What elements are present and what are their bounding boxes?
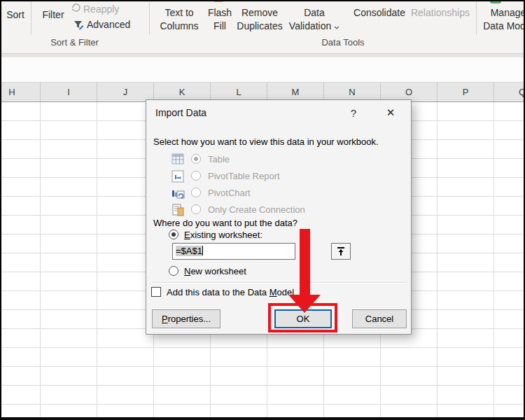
excel-window: Sort Filter Reapply Advanced Text to Col…: [0, 0, 525, 420]
pivottable-label: PivotTable Report: [208, 171, 280, 181]
table-icon: [172, 153, 185, 167]
connection-label: Only Create Connection: [208, 204, 305, 215]
flash-fill-icon: [214, 0, 223, 2]
red-arrow: [300, 229, 310, 295]
flash-fill-line2: Fill: [203, 20, 237, 33]
remove-duplicates-button[interactable]: Remove Duplicates: [235, 6, 284, 33]
new-worksheet-label: New worksheet: [184, 266, 246, 276]
relationships-button: Relationships: [410, 6, 471, 20]
data-model-label: Add this data to the Data Model: [167, 287, 294, 298]
text-to-columns-button[interactable]: Text to Columns: [158, 6, 200, 33]
pivotchart-radio: [191, 188, 201, 197]
data-validation-line2: Validation: [289, 20, 331, 31]
group-label-data-tools: Data Tools: [149, 37, 525, 48]
remove-duplicates-line2: Duplicates: [235, 20, 284, 33]
collapse-arrow-icon: [336, 246, 346, 256]
divider: [476, 1, 477, 35]
advanced-filter-icon: [73, 19, 85, 34]
column-header[interactable]: Q: [494, 83, 525, 102]
dialog-title: Import Data: [155, 107, 206, 118]
new-worksheet-radio[interactable]: [169, 266, 178, 276]
advanced-button[interactable]: Advanced: [87, 18, 137, 31]
consolidate-button[interactable]: Consolidate: [347, 6, 412, 20]
option-only-create-connection: Only Create Connection: [146, 202, 411, 219]
column-header[interactable]: H: [0, 83, 41, 102]
column-header[interactable]: I: [41, 83, 97, 102]
data-model-icon: [490, 0, 501, 4]
data-validation-button[interactable]: Data Validation: [283, 6, 346, 33]
connection-icon: [172, 204, 185, 217]
text-cursor: [202, 246, 203, 255]
sort-button[interactable]: Sort: [0, 8, 31, 22]
filter-button[interactable]: Filter: [35, 8, 71, 22]
reapply-icon: [71, 2, 81, 15]
connection-radio: [191, 204, 201, 214]
import-data-dialog: Import Data ? ✕ Select how you want to v…: [146, 99, 412, 335]
column-header[interactable]: L: [211, 83, 267, 102]
table-label: Table: [208, 154, 230, 164]
column-header[interactable]: M: [267, 83, 324, 102]
reapply-button: Reapply: [83, 3, 132, 16]
option-pivottable-report: PivotTable Report: [146, 169, 411, 186]
existing-worksheet-label: Existing worksheet:: [184, 230, 262, 240]
manage-data-model-line1: Manage: [480, 6, 525, 20]
range-input[interactable]: =$A$1: [172, 243, 295, 260]
where-prompt: Where do you want to put the data?: [153, 218, 298, 228]
column-header[interactable]: P: [438, 83, 494, 102]
group-divider: [149, 1, 150, 35]
close-icon[interactable]: ✕: [380, 104, 401, 121]
column-header[interactable]: O: [381, 83, 438, 102]
chevron-down-icon: [334, 26, 340, 29]
text-to-columns-line1: Text to: [158, 6, 200, 20]
option-table: Table: [146, 152, 411, 169]
remove-duplicates-line1: Remove: [235, 6, 284, 20]
red-arrow-head: [288, 295, 321, 313]
help-button[interactable]: ?: [345, 106, 362, 121]
divider: [31, 1, 31, 35]
range-value: =$A$1: [176, 246, 202, 256]
existing-worksheet-radio[interactable]: [169, 230, 178, 239]
column-header[interactable]: K: [154, 83, 211, 102]
flash-fill-line1: Flash: [203, 6, 237, 20]
flash-fill-button[interactable]: Flash Fill: [203, 6, 237, 33]
cancel-button[interactable]: Cancel: [352, 309, 407, 328]
pivottable-radio: [191, 171, 201, 181]
properties-button[interactable]: Properties...: [152, 309, 220, 328]
text-to-columns-line2: Columns: [158, 20, 200, 33]
pivottable-icon: [172, 170, 185, 183]
data-model-checkbox[interactable]: [151, 287, 161, 297]
group-label-sort-filter: Sort & Filter: [0, 37, 149, 48]
view-prompt: Select how you want to view this data in…: [153, 136, 379, 147]
table-radio: [191, 154, 201, 164]
column-header[interactable]: J: [97, 83, 154, 102]
column-header[interactable]: N: [324, 83, 381, 102]
ribbon: Sort Filter Reapply Advanced Text to Col…: [0, 0, 525, 53]
separator: [152, 282, 407, 284]
option-pivotchart: PivotChart: [146, 186, 411, 202]
pivotchart-icon: [172, 187, 185, 200]
data-validation-line1: Data: [283, 6, 346, 20]
pivotchart-label: PivotChart: [208, 188, 251, 198]
collapse-dialog-button[interactable]: [331, 243, 351, 260]
manage-data-model-button[interactable]: Manage Data Model: [480, 6, 525, 33]
manage-data-model-line2: Data Model: [480, 20, 525, 33]
formula-bar-area[interactable]: [0, 57, 525, 83]
